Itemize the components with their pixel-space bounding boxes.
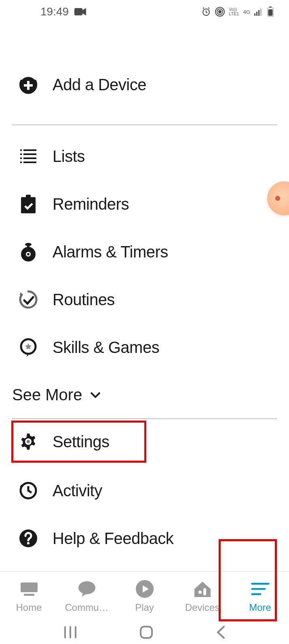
- svg-rect-20: [20, 153, 22, 155]
- help-icon: [19, 529, 38, 548]
- help-label: Help & Feedback: [53, 529, 173, 548]
- status-icons: Vo)) LTE1 4G: [201, 6, 274, 17]
- communicate-icon: [77, 579, 97, 599]
- svg-rect-18: [20, 149, 22, 151]
- bottom-nav: Home Commu… Play Devices More: [0, 571, 289, 621]
- reminders-label: Reminders: [53, 195, 129, 213]
- svg-rect-21: [23, 153, 36, 155]
- devices-icon: [193, 579, 212, 599]
- svg-rect-44: [203, 588, 206, 595]
- help-item[interactable]: Help & Feedback: [12, 514, 277, 562]
- svg-rect-27: [21, 197, 36, 213]
- reminders-item[interactable]: Reminders: [12, 180, 277, 228]
- nav-play[interactable]: Play: [116, 572, 173, 621]
- lists-label: Lists: [53, 147, 85, 166]
- play-icon: [135, 579, 154, 599]
- add-device-icon: [19, 75, 38, 94]
- see-more-label: See More: [12, 386, 82, 404]
- lte-indicator: Vo)) LTE1: [229, 7, 239, 16]
- back-button[interactable]: [216, 625, 226, 639]
- nav-home-label: Home: [16, 602, 42, 613]
- alarm-icon: [19, 242, 38, 261]
- camera-icon: [74, 7, 86, 16]
- svg-point-38: [27, 440, 30, 443]
- alarms-label: Alarms & Timers: [53, 243, 168, 261]
- add-device-item[interactable]: Add a Device: [12, 61, 277, 108]
- routines-item[interactable]: Routines: [12, 276, 277, 323]
- svg-point-43: [198, 591, 202, 594]
- activity-icon: [19, 481, 38, 500]
- home-button[interactable]: [139, 625, 153, 639]
- see-more-button[interactable]: See More: [12, 371, 277, 419]
- svg-rect-5: [254, 13, 255, 16]
- settings-highlight: Settings: [11, 421, 146, 463]
- nav-more[interactable]: More: [231, 572, 289, 621]
- gear-icon: [19, 432, 38, 451]
- nav-home[interactable]: Home: [0, 572, 58, 621]
- divider-1: [12, 125, 277, 125]
- alarm-status-icon: [201, 7, 211, 17]
- alarms-item[interactable]: Alarms & Timers: [12, 228, 277, 276]
- settings-item[interactable]: Settings: [13, 432, 110, 451]
- skills-icon: [19, 338, 38, 357]
- status-time: 19:49: [40, 5, 69, 18]
- svg-rect-51: [141, 627, 152, 638]
- svg-rect-25: [23, 162, 36, 163]
- svg-rect-0: [74, 8, 82, 15]
- nav-devices-label: Devices: [185, 602, 219, 613]
- nav-communicate-label: Commu…: [65, 602, 108, 613]
- activity-item[interactable]: Activity: [12, 467, 277, 514]
- net-indicator: 4G: [243, 9, 250, 15]
- home-icon: [19, 579, 39, 599]
- svg-point-2: [219, 11, 221, 13]
- lists-icon: [19, 147, 38, 166]
- hotspot-icon: [215, 7, 225, 17]
- status-time-area: 19:49: [40, 5, 86, 18]
- svg-rect-40: [24, 594, 34, 596]
- more-icon: [251, 579, 270, 599]
- system-nav: [0, 621, 289, 644]
- svg-rect-17: [24, 84, 33, 87]
- svg-rect-19: [23, 149, 36, 151]
- svg-rect-6: [256, 12, 257, 16]
- signal-icon: [254, 8, 263, 16]
- svg-rect-24: [20, 162, 22, 163]
- activity-label: Activity: [53, 482, 102, 500]
- nav-communicate[interactable]: Commu…: [58, 572, 116, 621]
- svg-rect-7: [258, 10, 259, 16]
- svg-rect-22: [20, 157, 22, 159]
- settings-label: Settings: [53, 433, 110, 451]
- skills-label: Skills & Games: [53, 338, 159, 357]
- reminders-icon: [19, 194, 38, 214]
- recents-button[interactable]: [63, 626, 77, 638]
- svg-rect-23: [23, 157, 36, 159]
- status-bar: 19:49 Vo)) LTE1 4G: [0, 0, 289, 23]
- add-device-label: Add a Device: [53, 76, 146, 94]
- svg-point-32: [27, 253, 30, 255]
- routines-label: Routines: [53, 291, 115, 309]
- nav-devices[interactable]: Devices: [173, 572, 231, 621]
- svg-rect-8: [260, 9, 262, 16]
- svg-rect-11: [268, 9, 273, 16]
- svg-point-36: [27, 542, 30, 544]
- svg-point-41: [78, 581, 95, 594]
- nav-more-label: More: [249, 602, 271, 613]
- battery-icon: [267, 6, 274, 17]
- chevron-down-icon: [89, 391, 101, 399]
- routines-icon: [19, 290, 38, 309]
- svg-rect-39: [21, 582, 38, 592]
- lists-item[interactable]: Lists: [12, 132, 277, 180]
- skills-item[interactable]: Skills & Games: [12, 323, 277, 371]
- nav-play-label: Play: [135, 602, 154, 613]
